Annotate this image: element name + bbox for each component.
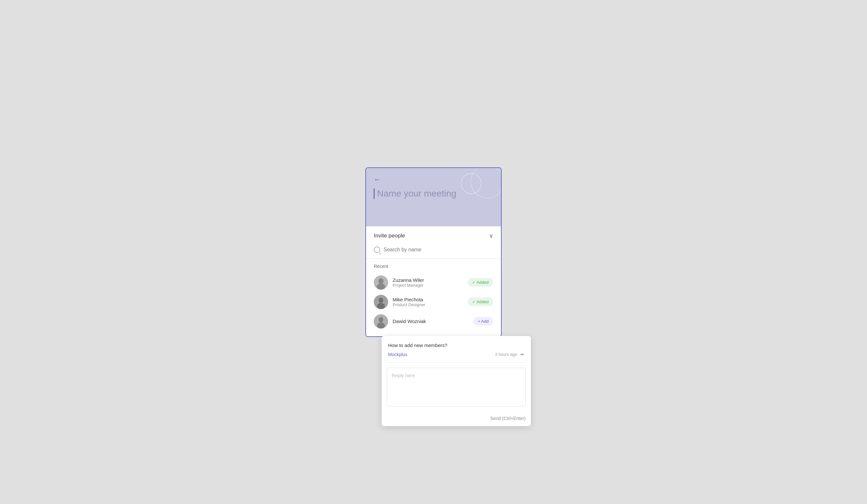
person-name: Zuzanna Wiler [393, 277, 424, 283]
list-item: Mike Piechota Product Designer ✓ Added [374, 292, 493, 312]
app-card: ← Invite people ∨ Recent [365, 167, 502, 337]
back-button[interactable]: ← [374, 176, 493, 183]
comment-time-edit: 3 hours ago ✏ [495, 352, 524, 357]
add-badge[interactable]: + Add [473, 317, 493, 326]
person-left: Zuzanna Wiler Project Manager [374, 275, 424, 289]
person-name: Mike Piechota [393, 297, 425, 302]
svg-point-7 [379, 317, 383, 322]
person-role: Product Designer [393, 302, 425, 307]
svg-point-1 [378, 278, 384, 284]
invite-title: Invite people [374, 232, 405, 239]
avatar [374, 314, 388, 329]
avatar [374, 295, 388, 309]
search-input[interactable] [384, 247, 493, 253]
person-role: Project Manager [393, 283, 424, 288]
comment-time: 3 hours ago [495, 352, 517, 357]
edit-icon[interactable]: ✏ [521, 352, 524, 357]
svg-point-4 [379, 298, 383, 303]
person-left: Mike Piechota Product Designer [374, 295, 425, 309]
person-name: Dawid Wozniak [393, 318, 426, 324]
person-info: Mike Piechota Product Designer [393, 297, 425, 307]
comment-question: How to add new members? [382, 336, 531, 352]
app-header: ← [366, 168, 501, 226]
search-field [374, 246, 493, 253]
added-badge[interactable]: ✓ Added [468, 297, 493, 306]
list-item: Zuzanna Wiler Project Manager ✓ Added [374, 273, 493, 292]
invite-panel: Invite people ∨ Recent [366, 226, 501, 336]
person-info: Zuzanna Wiler Project Manager [393, 277, 424, 288]
person-info: Dawid Wozniak [393, 318, 426, 324]
added-badge[interactable]: ✓ Added [468, 278, 493, 287]
send-label[interactable]: Send (Ctrl+Enter) [490, 416, 526, 421]
reply-area [382, 363, 531, 413]
comment-panel: How to add new members? Mockplus 3 hours… [382, 336, 531, 426]
back-arrow-icon: ← [374, 176, 380, 183]
comment-meta: Mockplus 3 hours ago ✏ [382, 352, 531, 363]
invite-header[interactable]: Invite people ∨ [366, 226, 501, 245]
meeting-name-input[interactable] [374, 188, 493, 199]
recent-label: Recent [374, 264, 493, 269]
reply-textarea[interactable] [387, 368, 526, 407]
search-icon [374, 246, 380, 253]
search-area [366, 245, 501, 259]
avatar [374, 275, 388, 289]
recent-section: Recent Zuzanna Wiler P [366, 259, 501, 336]
chevron-down-icon: ∨ [489, 232, 493, 239]
send-row: Send (Ctrl+Enter) [382, 413, 531, 426]
list-item: Dawid Wozniak + Add [374, 312, 493, 331]
comment-author: Mockplus [388, 352, 407, 357]
person-left: Dawid Wozniak [374, 314, 426, 329]
